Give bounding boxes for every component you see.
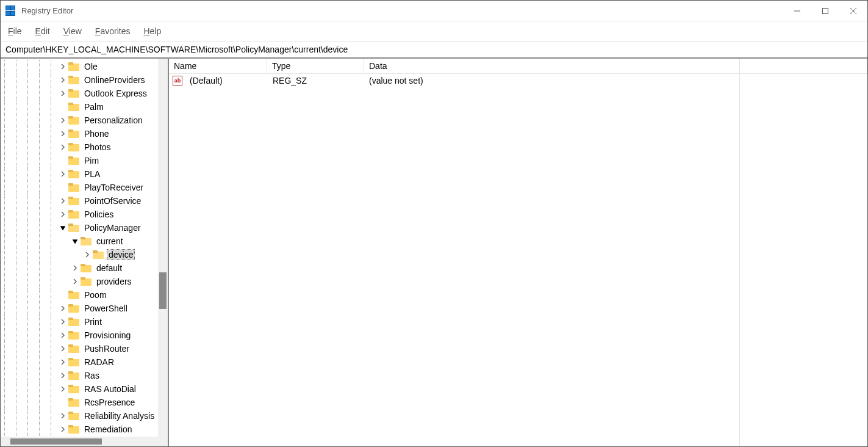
chevron-right-icon[interactable]: [59, 143, 67, 151]
menu-edit[interactable]: Edit: [35, 26, 50, 36]
tree-item-label: PLA: [83, 169, 101, 179]
tree-item-label: default: [95, 263, 123, 273]
tree-horizontal-scrollbar[interactable]: [1, 437, 168, 446]
list-header: Name Type Data: [169, 59, 867, 74]
tree-item-label: PowerShell: [83, 303, 129, 313]
tree-item-remediation[interactable]: Remediation: [1, 423, 168, 436]
tree-item-label: Poom: [83, 290, 108, 300]
tree-item-rcspresence[interactable]: RcsPresence: [1, 396, 168, 409]
tree-item-label: Pim: [83, 156, 100, 165]
chevron-right-icon[interactable]: [59, 197, 67, 205]
folder-icon: [68, 76, 79, 84]
chevron-right-icon[interactable]: [59, 129, 67, 138]
tree-item-current[interactable]: current: [1, 234, 168, 248]
tree-item-pushrouter[interactable]: PushRouter: [1, 342, 168, 355]
menu-view[interactable]: View: [63, 26, 82, 36]
tree-item-palm[interactable]: Palm: [1, 100, 168, 114]
tree-item-label: Print: [83, 317, 103, 327]
tree-item-phone[interactable]: Phone: [1, 127, 168, 140]
tree-item-pim[interactable]: Pim: [1, 154, 168, 167]
string-value-icon: [173, 76, 182, 85]
folder-icon: [68, 398, 79, 407]
chevron-right-icon[interactable]: [59, 76, 67, 84]
svg-marker-5: [73, 240, 77, 243]
folder-icon: [68, 103, 79, 111]
tree-vertical-scrollbar[interactable]: [158, 59, 168, 437]
chevron-right-icon[interactable]: [59, 385, 67, 393]
chevron-right-icon[interactable]: [59, 62, 67, 71]
tree-item-providers[interactable]: providers: [1, 275, 168, 288]
tree-item-policies[interactable]: Policies: [1, 208, 168, 221]
tree-item-pla[interactable]: PLA: [1, 167, 168, 181]
tree-item-label: RcsPresence: [83, 398, 136, 407]
chevron-right-icon[interactable]: [59, 89, 67, 98]
close-button[interactable]: [839, 1, 867, 21]
folder-icon: [81, 277, 91, 286]
chevron-right-icon[interactable]: [59, 304, 67, 313]
chevron-down-icon[interactable]: [59, 223, 67, 232]
chevron-down-icon[interactable]: [71, 237, 79, 245]
tree-item-radar[interactable]: RADAR: [1, 355, 168, 369]
tree-item-ras-autodial[interactable]: RAS AutoDial: [1, 382, 168, 396]
titlebar: Registry Editor: [1, 1, 867, 21]
chevron-right-icon[interactable]: [59, 331, 67, 340]
chevron-right-icon[interactable]: [59, 210, 67, 219]
tree-item-label: current: [95, 236, 124, 246]
address-bar[interactable]: Computer\HKEY_LOCAL_MACHINE\SOFTWARE\Mic…: [1, 42, 867, 58]
tree-item-label: Phone: [83, 129, 110, 139]
folder-icon: [68, 412, 79, 420]
tree-item-label: PlayToReceiver: [83, 183, 145, 192]
tree-item-outlook-express[interactable]: Outlook Express: [1, 87, 168, 100]
chevron-right-icon[interactable]: [59, 170, 67, 178]
tree-item-default[interactable]: default: [1, 261, 168, 275]
tree-item-pointofservice[interactable]: PointOfService: [1, 194, 168, 208]
folder-icon: [68, 129, 79, 138]
tree-item-label: PointOfService: [83, 196, 142, 206]
chevron-right-icon[interactable]: [71, 277, 79, 286]
column-type[interactable]: Type: [267, 59, 364, 73]
tree-item-provisioning[interactable]: Provisioning: [1, 329, 168, 342]
chevron-right-icon[interactable]: [59, 371, 67, 380]
chevron-right-icon[interactable]: [83, 250, 91, 259]
chevron-right-icon[interactable]: [59, 358, 67, 366]
folder-icon: [68, 304, 79, 313]
tree-item-label: Ole: [83, 62, 99, 71]
folder-icon: [68, 183, 79, 192]
folder-icon: [68, 291, 79, 299]
chevron-right-icon[interactable]: [59, 412, 67, 420]
tree-item-poom[interactable]: Poom: [1, 288, 168, 302]
tree-item-ras[interactable]: Ras: [1, 369, 168, 382]
chevron-right-icon[interactable]: [59, 425, 67, 434]
folder-icon: [68, 425, 79, 434]
chevron-right-icon[interactable]: [59, 116, 67, 125]
column-data[interactable]: Data: [364, 59, 867, 73]
tree-item-photos[interactable]: Photos: [1, 140, 168, 154]
menu-favorites[interactable]: Favorites: [95, 26, 131, 36]
menu-help[interactable]: Help: [143, 26, 161, 36]
folder-icon: [68, 143, 79, 151]
menu-file[interactable]: File: [8, 26, 22, 36]
tree-item-onlineproviders[interactable]: OnlineProviders: [1, 73, 168, 87]
folder-icon: [68, 62, 79, 71]
regedit-icon: [5, 5, 16, 16]
tree-item-powershell[interactable]: PowerShell: [1, 302, 168, 315]
tree-item-reliability-analysis[interactable]: Reliability Analysis: [1, 409, 168, 423]
chevron-right-icon[interactable]: [71, 264, 79, 272]
tree-item-playtoreceiver[interactable]: PlayToReceiver: [1, 181, 168, 194]
tree-item-policymanager[interactable]: PolicyManager: [1, 221, 168, 234]
chevron-right-icon[interactable]: [59, 318, 67, 326]
tree-item-ole[interactable]: Ole: [1, 60, 168, 73]
tree-item-print[interactable]: Print: [1, 315, 168, 329]
tree-item-label: Palm: [83, 102, 105, 112]
folder-icon: [68, 170, 79, 178]
chevron-right-icon[interactable]: [59, 344, 67, 353]
maximize-button[interactable]: [811, 1, 839, 21]
tree-item-personalization[interactable]: Personalization: [1, 114, 168, 127]
tree-item-label: Outlook Express: [83, 89, 148, 98]
column-name[interactable]: Name: [169, 59, 267, 73]
minimize-button[interactable]: [783, 1, 811, 21]
tree-item-device[interactable]: device: [1, 248, 168, 261]
registry-editor-window: Registry Editor File Edit View Favorites…: [0, 0, 868, 447]
window-title: Registry Editor: [21, 6, 73, 15]
value-row[interactable]: (Default) REG_SZ (value not set): [169, 74, 867, 87]
